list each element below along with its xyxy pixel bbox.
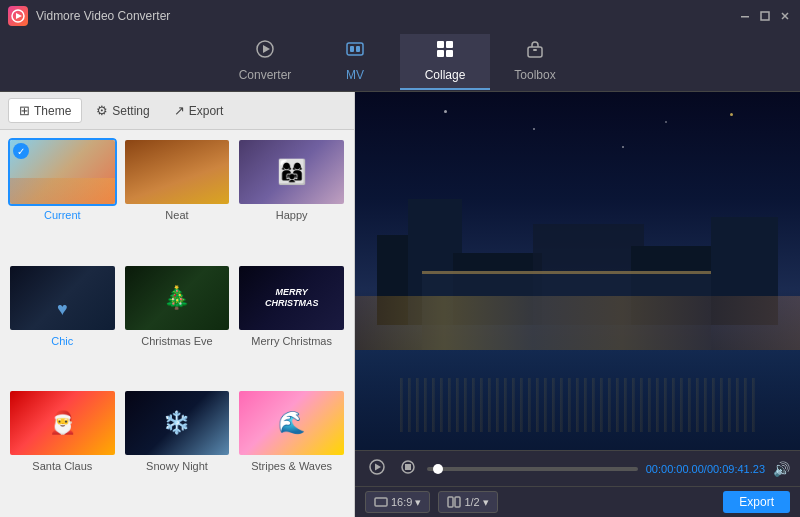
svg-rect-9 <box>350 46 354 52</box>
theme-christmas-eve[interactable]: 🎄 Christmas Eve <box>123 264 232 384</box>
export-button[interactable]: Export <box>723 491 790 513</box>
svg-marker-7 <box>263 45 270 53</box>
export-icon: ↗ <box>174 103 185 118</box>
mv-icon <box>345 39 365 64</box>
svg-rect-16 <box>533 49 537 51</box>
theme-happy-thumb: 👩‍👩‍👧 <box>237 138 346 206</box>
close-button[interactable] <box>778 9 792 23</box>
svg-marker-1 <box>16 13 22 19</box>
progress-bar[interactable] <box>427 467 638 471</box>
tab-converter-label: Converter <box>239 68 292 82</box>
theme-chic-label: Chic <box>51 335 73 347</box>
app-title: Vidmore Video Converter <box>36 9 738 23</box>
theme-merry-christmas[interactable]: MERRYCHRISTMAS Merry Christmas <box>237 264 346 384</box>
progress-indicator <box>433 464 443 474</box>
player-controls: 00:00:00.00/00:09:41.23 🔊 <box>355 450 800 486</box>
theme-merry-christmas-label: Merry Christmas <box>251 335 332 347</box>
svg-rect-22 <box>448 497 453 507</box>
sub-nav: ⊞ Theme ⚙ Setting ↗ Export <box>0 92 354 130</box>
theme-snowy-night[interactable]: ❄️ Snowy Night <box>123 389 232 509</box>
theme-current-thumb: ✓ <box>8 138 117 206</box>
collage-icon <box>435 39 455 64</box>
svg-rect-8 <box>347 43 363 55</box>
svg-rect-10 <box>356 46 360 52</box>
converter-icon <box>255 39 275 64</box>
sub-nav-export-label: Export <box>189 104 224 118</box>
layout-selector[interactable]: 1/2 ▾ <box>438 491 497 513</box>
theme-stripes-waves-label: Stripes & Waves <box>251 460 332 472</box>
svg-rect-2 <box>741 16 749 18</box>
sub-nav-export[interactable]: ↗ Export <box>164 98 234 123</box>
theme-santa-claus-label: Santa Claus <box>32 460 92 472</box>
svg-rect-12 <box>446 41 453 48</box>
left-panel: ⊞ Theme ⚙ Setting ↗ Export ✓ <box>0 92 355 517</box>
tab-toolbox[interactable]: Toolbox <box>490 34 580 90</box>
toolbox-icon <box>525 39 545 64</box>
window-controls <box>738 9 792 23</box>
title-bar: Vidmore Video Converter <box>0 0 800 32</box>
theme-christmas-eve-thumb: 🎄 <box>123 264 232 332</box>
theme-santa-claus-thumb: 🎅 <box>8 389 117 457</box>
nav-bar: Converter MV Collage <box>0 32 800 92</box>
tab-toolbox-label: Toolbox <box>514 68 555 82</box>
theme-neat-thumb <box>123 138 232 206</box>
layout-dropdown-icon: ▾ <box>483 496 489 509</box>
theme-grid: ✓ Current Neat 👩‍👩‍👧 Happy <box>0 130 354 517</box>
preview-image <box>355 92 800 450</box>
svg-rect-13 <box>437 50 444 57</box>
preview-area <box>355 92 800 450</box>
setting-gear-icon: ⚙ <box>96 103 108 118</box>
volume-icon[interactable]: 🔊 <box>773 461 790 477</box>
tab-collage[interactable]: Collage <box>400 34 490 90</box>
svg-rect-23 <box>455 497 460 507</box>
theme-happy[interactable]: 👩‍👩‍👧 Happy <box>237 138 346 258</box>
theme-merry-christmas-thumb: MERRYCHRISTMAS <box>237 264 346 332</box>
theme-santa-claus[interactable]: 🎅 Santa Claus <box>8 389 117 509</box>
theme-snowy-night-label: Snowy Night <box>146 460 208 472</box>
nav-tabs: Converter MV Collage <box>220 34 580 90</box>
maximize-button[interactable] <box>758 9 772 23</box>
ratio-controls: 16:9 ▾ 1/2 ▾ Export <box>355 486 800 517</box>
svg-rect-20 <box>405 464 411 470</box>
sub-nav-setting[interactable]: ⚙ Setting <box>86 98 159 123</box>
theme-current-label: Current <box>44 209 81 221</box>
sub-nav-theme-label: Theme <box>34 104 71 118</box>
theme-neat[interactable]: Neat <box>123 138 232 258</box>
theme-stripes-waves[interactable]: 🌊 Stripes & Waves <box>237 389 346 509</box>
theme-selected-check: ✓ <box>13 143 29 159</box>
time-display: 00:00:00.00/00:09:41.23 <box>646 463 765 475</box>
ratio-value: 16:9 <box>391 496 412 508</box>
theme-neat-label: Neat <box>165 209 188 221</box>
theme-chic[interactable]: ♥ Chic <box>8 264 117 384</box>
app-icon <box>8 6 28 26</box>
right-panel: 00:00:00.00/00:09:41.23 🔊 16:9 ▾ 1/2 ▾ E… <box>355 92 800 517</box>
theme-current[interactable]: ✓ Current <box>8 138 117 258</box>
svg-marker-18 <box>375 464 381 471</box>
tab-converter[interactable]: Converter <box>220 34 310 90</box>
theme-happy-label: Happy <box>276 209 308 221</box>
ratio-selector[interactable]: 16:9 ▾ <box>365 491 430 513</box>
svg-rect-14 <box>446 50 453 57</box>
theme-christmas-eve-label: Christmas Eve <box>141 335 213 347</box>
tab-mv[interactable]: MV <box>310 34 400 90</box>
minimize-button[interactable] <box>738 9 752 23</box>
sub-nav-theme[interactable]: ⊞ Theme <box>8 98 82 123</box>
theme-stripes-waves-thumb: 🌊 <box>237 389 346 457</box>
theme-snowy-night-thumb: ❄️ <box>123 389 232 457</box>
svg-rect-11 <box>437 41 444 48</box>
main-content: ⊞ Theme ⚙ Setting ↗ Export ✓ <box>0 92 800 517</box>
sub-nav-setting-label: Setting <box>112 104 149 118</box>
svg-rect-21 <box>375 498 387 506</box>
tab-mv-label: MV <box>346 68 364 82</box>
svg-rect-3 <box>761 12 769 20</box>
theme-grid-icon: ⊞ <box>19 103 30 118</box>
tab-collage-label: Collage <box>425 68 466 82</box>
layout-value: 1/2 <box>464 496 479 508</box>
svg-rect-15 <box>528 47 542 57</box>
stop-button[interactable] <box>397 458 419 479</box>
theme-chic-thumb: ♥ <box>8 264 117 332</box>
ratio-dropdown-icon: ▾ <box>415 496 421 509</box>
play-button[interactable] <box>365 457 389 480</box>
